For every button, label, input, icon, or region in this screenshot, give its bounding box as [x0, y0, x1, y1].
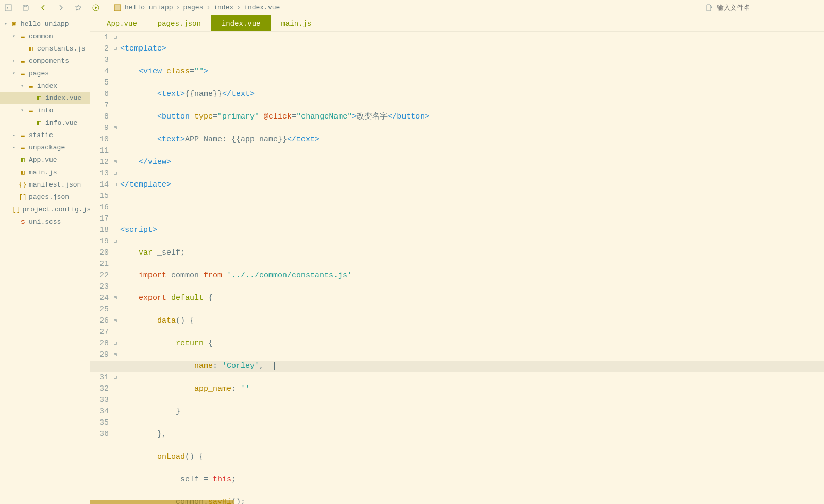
- tree-label: components: [29, 57, 69, 65]
- tree-folder-index[interactable]: ▾ ▬ index: [0, 79, 90, 92]
- vue-icon: ◧: [35, 94, 43, 102]
- tree-file-info-vue[interactable]: ◧ info.vue: [0, 116, 90, 129]
- search-input[interactable]: [717, 4, 820, 11]
- tree-project[interactable]: ▾ ▣ hello uniapp: [0, 18, 90, 30]
- chevron-right-icon: ▸: [12, 132, 19, 138]
- tree-label: index: [37, 82, 57, 90]
- tree-label: unpackage: [29, 144, 65, 152]
- folder-icon: ▬: [27, 82, 35, 90]
- breadcrumb-sep: ›: [237, 4, 241, 11]
- run-icon[interactable]: [92, 4, 100, 12]
- tree-label: pages: [29, 70, 49, 77]
- breadcrumb-sep: ›: [176, 4, 180, 11]
- tree-label: common: [29, 32, 53, 40]
- tree-file-constants[interactable]: ◧ constants.js: [0, 42, 90, 55]
- folder-icon: ▬: [27, 107, 35, 114]
- json-icon: []: [12, 206, 21, 213]
- breadcrumb-sep: ›: [206, 4, 210, 11]
- json-icon: {}: [19, 181, 27, 189]
- save-icon[interactable]: [22, 4, 30, 12]
- chevron-right-icon: ▸: [12, 58, 19, 64]
- tree-label: uni.scss: [29, 218, 61, 226]
- collapse-icon[interactable]: [4, 4, 12, 12]
- code-editor[interactable]: 1234567891011121314151617181920212223242…: [90, 32, 824, 504]
- chevron-down-icon: ▾: [21, 107, 27, 113]
- tree-folder-static[interactable]: ▸ ▬ static: [0, 129, 90, 141]
- breadcrumb: hello uniapp › pages › index › index.vue: [113, 4, 280, 12]
- fold-gutter: ⊟⊟⊟⊟⊟⊟⊟⊟⊟⊟⊟⊟: [112, 32, 119, 504]
- tree-folder-unpackage[interactable]: ▸ ▬ unpackage: [0, 141, 90, 154]
- code-content[interactable]: <template> <view class=""> <text>{{name}…: [119, 32, 824, 504]
- forward-icon[interactable]: [57, 4, 65, 12]
- breadcrumb-seg2[interactable]: index: [213, 4, 233, 11]
- tree-label: manifest.json: [29, 181, 81, 189]
- svg-rect-2: [114, 5, 121, 11]
- tree-file-index-vue[interactable]: ◧ index.vue: [0, 92, 90, 104]
- line-gutter: 1234567891011121314151617181920212223242…: [90, 32, 112, 504]
- editor-area: App.vue pages.json index.vue main.js 123…: [90, 15, 824, 504]
- chevron-down-icon: ▾: [12, 33, 19, 39]
- vue-icon: ◧: [35, 119, 43, 127]
- search-box: [704, 4, 820, 12]
- folder-icon: ▬: [19, 144, 27, 152]
- tree-label: constants.js: [37, 45, 86, 53]
- tree-label: App.vue: [29, 156, 57, 164]
- js-icon: ◧: [27, 44, 35, 53]
- tree-folder-pages[interactable]: ▾ ▬ pages: [0, 67, 90, 79]
- vue-icon: ◧: [19, 156, 27, 164]
- tab-pages-json[interactable]: pages.json: [147, 15, 211, 31]
- tree-file-manifest[interactable]: {} manifest.json: [0, 178, 90, 191]
- project-icon: [113, 4, 122, 12]
- breadcrumb-seg3[interactable]: index.vue: [244, 4, 280, 11]
- tree-file-uni-scss[interactable]: ട uni.scss: [0, 215, 90, 228]
- chevron-down-icon: ▾: [4, 21, 10, 27]
- new-file-icon[interactable]: [704, 4, 713, 12]
- file-explorer: ▾ ▣ hello uniapp ▾ ▬ common ◧ constants.…: [0, 15, 90, 504]
- chevron-down-icon: ▾: [12, 70, 19, 76]
- tree-file-project-config[interactable]: [] project.config.json: [0, 203, 90, 215]
- horizontal-scrollbar[interactable]: [90, 500, 234, 504]
- tab-index-vue[interactable]: index.vue: [211, 15, 271, 31]
- tree-file-app-vue[interactable]: ◧ App.vue: [0, 154, 90, 166]
- chevron-down-icon: ▾: [21, 82, 27, 89]
- tree-label: main.js: [29, 169, 57, 176]
- star-icon[interactable]: [74, 4, 82, 12]
- breadcrumb-root[interactable]: hello uniapp: [125, 4, 173, 11]
- text-cursor: [274, 362, 275, 370]
- js-icon: ◧: [19, 168, 27, 176]
- tree-file-pages-json[interactable]: [] pages.json: [0, 191, 90, 203]
- toolbar: hello uniapp › pages › index › index.vue: [0, 0, 824, 15]
- tree-label: static: [29, 131, 53, 139]
- tree-folder-common[interactable]: ▾ ▬ common: [0, 30, 90, 42]
- back-icon[interactable]: [39, 4, 47, 12]
- folder-icon: ▬: [19, 131, 27, 139]
- tree-label: hello uniapp: [21, 20, 69, 28]
- tree-label: project.config.json: [23, 206, 90, 213]
- tree-folder-components[interactable]: ▸ ▬ components: [0, 55, 90, 67]
- breadcrumb-seg1[interactable]: pages: [183, 4, 203, 11]
- tree-label: info.vue: [45, 119, 77, 127]
- folder-icon: ▬: [19, 57, 27, 65]
- json-icon: []: [19, 193, 27, 201]
- tree-label: info: [37, 107, 53, 114]
- folder-icon: ▬: [19, 32, 27, 40]
- tree-label: pages.json: [29, 193, 69, 201]
- tabs: App.vue pages.json index.vue main.js: [90, 15, 824, 32]
- tab-app-vue[interactable]: App.vue: [96, 15, 147, 31]
- tree-folder-info[interactable]: ▾ ▬ info: [0, 104, 90, 116]
- scss-icon: ട: [19, 218, 27, 226]
- project-icon: ▣: [10, 20, 19, 28]
- chevron-right-icon: ▸: [12, 144, 19, 150]
- tree-file-main-js[interactable]: ◧ main.js: [0, 166, 90, 178]
- tab-main-js[interactable]: main.js: [271, 15, 322, 31]
- tree-label: index.vue: [45, 94, 81, 102]
- folder-icon: ▬: [19, 70, 27, 77]
